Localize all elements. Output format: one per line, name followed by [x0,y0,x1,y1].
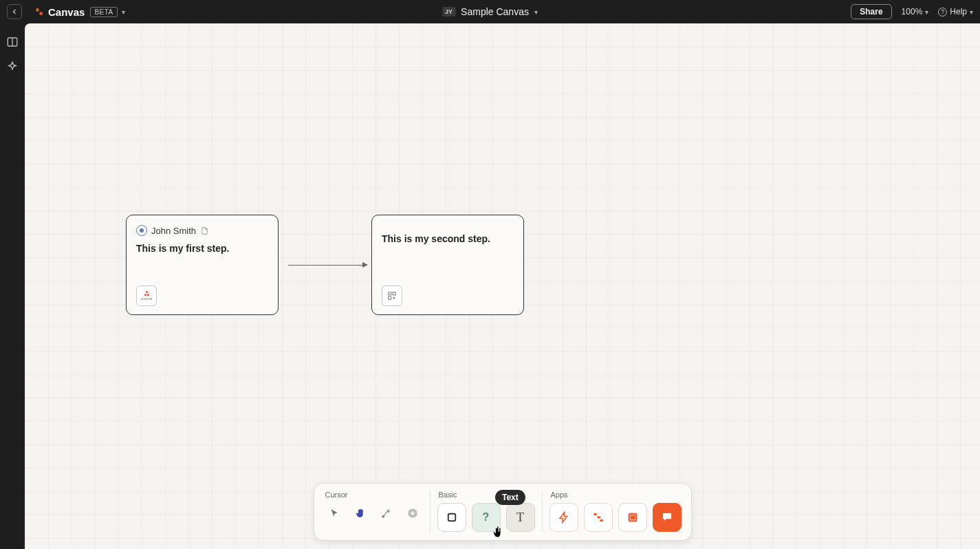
question-icon: ? [483,511,490,524]
toolbar-group-apps: Apps [542,491,682,532]
svg-rect-9 [597,517,600,519]
app-tool-zap[interactable] [549,503,578,532]
app-tool-frame[interactable] [618,503,647,532]
card-add-widgets-button[interactable] [382,286,402,306]
user-initials-badge: JY [442,7,455,17]
zoom-caret: ▾ [925,8,928,16]
text-icon: T [516,510,524,525]
card-body-text: This is my first step. [136,243,268,254]
toolbar-group-label: Apps [549,491,682,499]
help-menu[interactable]: ? Help ▾ [938,7,973,17]
connector-tool[interactable] [376,503,397,524]
svg-rect-8 [594,513,597,515]
card-app-button-asana[interactable]: asana [136,286,157,306]
canvas-card[interactable]: This is my second step. [371,215,524,315]
cursor-tool[interactable] [324,503,345,524]
text-tool[interactable]: T [506,503,535,532]
card-header: John Smith [136,225,268,236]
asana-label: asana [141,297,152,301]
beta-badge: BETA [90,7,117,17]
top-bar: Canvas BETA ▾ JY Sample Canvas ▾ Share 1… [0,0,980,23]
hand-icon [354,507,367,519]
arrow-head-icon [362,262,368,268]
app-tool-chat[interactable] [653,503,682,532]
arrow-left-icon [10,8,19,16]
svg-rect-10 [600,519,603,521]
app-menu-caret[interactable]: ▾ [122,8,125,16]
avatar-icon [136,225,147,236]
square-icon [446,511,458,524]
shape-tool[interactable] [437,503,466,532]
help-label: Help [950,7,967,17]
tool-tooltip: Text [495,490,525,505]
frame-icon [627,511,639,524]
canvas-title-caret[interactable]: ▾ [534,8,538,16]
panels-icon[interactable] [6,36,19,48]
connector-arrow[interactable] [288,265,362,266]
toolbar-group-label: Cursor [324,491,423,499]
connector-icon [381,508,392,519]
plus-circle-icon [406,507,419,519]
document-icon [200,226,209,235]
svg-rect-3 [393,292,395,295]
canvas-card[interactable]: John Smith This is my first step. asana [126,215,279,315]
help-icon: ? [938,8,947,17]
svg-rect-7 [448,514,455,521]
zoom-control[interactable]: 100% ▾ [902,7,929,17]
cursor-icon [329,508,340,519]
toolbar-group-cursor: Cursor [324,491,423,524]
svg-rect-12 [631,516,634,519]
card-assignee: John Smith [151,226,196,236]
zoom-value: 100% [902,7,923,17]
svg-rect-4 [389,297,391,299]
card-body-text: This is my second step. [382,233,514,244]
help-caret: ▾ [970,8,973,16]
sparkle-icon[interactable] [6,61,19,73]
share-button[interactable]: Share [851,4,891,19]
app-tool-path[interactable] [584,503,613,532]
widgets-icon [387,291,397,301]
app-name: Canvas [48,6,85,18]
bolt-icon [558,511,570,524]
svg-point-5 [382,515,384,517]
back-button[interactable] [7,4,22,19]
question-tool[interactable]: ? [472,503,501,532]
path-icon [592,511,605,524]
canvas-title-group[interactable]: JY Sample Canvas ▾ [442,6,538,17]
left-rail [0,23,25,549]
svg-rect-2 [389,292,391,295]
canvas-title: Sample Canvas [461,6,529,17]
app-logo-icon [34,7,44,17]
canvas-area[interactable]: John Smith This is my first step. asana … [25,23,980,549]
chat-icon [661,511,673,524]
hand-tool[interactable] [350,503,371,524]
add-tool[interactable] [402,503,423,524]
